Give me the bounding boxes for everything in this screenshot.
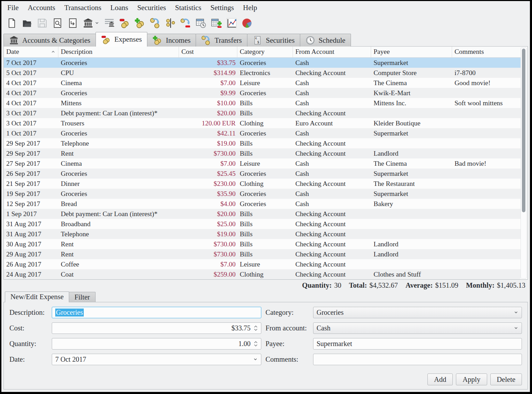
cell-comments[interactable]: [452, 138, 521, 148]
cell-comments[interactable]: [452, 269, 521, 279]
cell-date[interactable]: 1 Sep 2017: [4, 209, 58, 219]
cell-payee[interactable]: [371, 229, 452, 239]
cell-payee[interactable]: [371, 209, 452, 219]
cell-comments[interactable]: [452, 58, 521, 68]
cell-description[interactable]: Rent: [58, 148, 179, 158]
cell-description[interactable]: Groceries: [58, 88, 179, 98]
cell-cost[interactable]: $42.11: [179, 128, 237, 138]
cell-date[interactable]: 4 Oct 2017: [4, 98, 58, 108]
cell-cost[interactable]: $25.45: [179, 169, 237, 179]
cell-date[interactable]: 3 Oct 2017: [4, 118, 58, 128]
cost-spinbox[interactable]: $33.75: [52, 322, 261, 334]
cell-category[interactable]: Groceries: [237, 128, 293, 138]
cell-comments[interactable]: [452, 169, 521, 179]
vertical-scrollbar[interactable]: [521, 47, 527, 279]
cell-from-account[interactable]: Checking Account: [293, 209, 371, 219]
cell-category[interactable]: Electronics: [237, 68, 293, 78]
new-transfer-button[interactable]: [148, 16, 163, 30]
cell-payee[interactable]: Clothes and Stuff: [371, 269, 452, 279]
cell-from-account[interactable]: Checking Account: [293, 259, 371, 269]
table-row[interactable]: 29 Sep 2017Rent$730.00BillsChecking Acco…: [4, 148, 521, 158]
table-row[interactable]: 3 Oct 2017Trousers120.00 EURClothingEuro…: [4, 118, 521, 128]
cell-date[interactable]: 29 Aug 2017: [4, 249, 58, 259]
column-header-category[interactable]: Category: [237, 47, 293, 57]
tab-transfers[interactable]: Transfers: [196, 34, 247, 47]
cell-cost[interactable]: $230.00: [179, 179, 237, 189]
cell-date[interactable]: 4 Oct 2017: [4, 88, 58, 98]
cell-payee[interactable]: Kwik-E-Mart: [371, 88, 452, 98]
cell-from-account[interactable]: Cash: [293, 58, 371, 68]
cell-date[interactable]: 31 Aug 2017: [4, 219, 58, 229]
table-row[interactable]: 30 Aug 2017Rent$730.00BillsChecking Acco…: [4, 239, 521, 249]
new-expense-button[interactable]: [117, 16, 132, 30]
tab-schedule[interactable]: Schedule: [300, 34, 351, 47]
cell-payee[interactable]: The Restaurant: [371, 179, 452, 189]
cell-payee[interactable]: Mittens Inc.: [371, 98, 452, 108]
cell-from-account[interactable]: Checking Account: [293, 219, 371, 229]
cell-description[interactable]: Groceries: [58, 58, 179, 68]
table-row[interactable]: 4 Oct 2017Mittens$10.00BillsCashMittens …: [4, 98, 521, 108]
open-folder-button[interactable]: [19, 16, 34, 30]
cell-payee[interactable]: Supermarket: [371, 128, 452, 138]
column-header-date[interactable]: Date: [4, 47, 58, 57]
table-row[interactable]: 29 Sep 2017Telephone$19.00BillsChecking …: [4, 138, 521, 148]
apply-button[interactable]: Apply: [456, 374, 487, 385]
cell-description[interactable]: Debt payment: Car Loan (interest)*: [58, 209, 179, 219]
cell-payee[interactable]: Supermarket: [371, 189, 452, 199]
tab-expenses[interactable]: Expenses: [96, 32, 147, 47]
spin-arrows-icon[interactable]: [254, 325, 258, 331]
cell-cost[interactable]: 120.00 EUR: [179, 118, 237, 128]
cell-category[interactable]: Clothing: [237, 179, 293, 189]
cell-category[interactable]: Bills: [237, 148, 293, 158]
cell-date[interactable]: 12 Sep 2017: [4, 199, 58, 209]
cell-category[interactable]: Groceries: [237, 169, 293, 179]
cell-cost[interactable]: $7.00: [179, 259, 237, 269]
cell-from-account[interactable]: Cash: [293, 78, 371, 88]
cell-description[interactable]: Telephone: [58, 138, 179, 148]
cell-from-account[interactable]: Cash: [293, 88, 371, 98]
cell-comments[interactable]: [452, 209, 521, 219]
cell-cost[interactable]: $4.00: [179, 199, 237, 209]
cell-comments[interactable]: i7-8700: [452, 68, 521, 78]
cell-category[interactable]: Bills: [237, 98, 293, 108]
cell-date[interactable]: 1 Oct 2017: [4, 128, 58, 138]
file-search-button[interactable]: [50, 16, 65, 30]
tab-incomes[interactable]: Incomes: [147, 34, 196, 47]
cell-from-account[interactable]: Cash: [293, 158, 371, 169]
table-row[interactable]: 7 Oct 2017Groceries$33.75GroceriesCashSu…: [4, 58, 521, 68]
table-row[interactable]: 1 Sep 2017Debt payment: Car Loan (intere…: [4, 209, 521, 219]
cell-comments[interactable]: [452, 219, 521, 229]
table-row[interactable]: 12 Sep 2017Bread$4.00GroceriesCashBakery: [4, 199, 521, 209]
cell-from-account[interactable]: Checking Account: [293, 269, 371, 279]
cell-payee[interactable]: Kleider Boutique: [371, 118, 452, 128]
scrollbar-thumb[interactable]: [522, 49, 525, 212]
cell-cost[interactable]: $19.00: [179, 229, 237, 239]
cell-cost[interactable]: $314.99: [179, 68, 237, 78]
menu-file[interactable]: File: [3, 3, 23, 13]
delete-button[interactable]: Delete: [490, 374, 522, 385]
cell-comments[interactable]: [452, 128, 521, 138]
column-header-from-account[interactable]: From Account: [293, 47, 371, 57]
cell-from-account[interactable]: Checking Account: [293, 138, 371, 148]
bank-button[interactable]: [81, 16, 101, 30]
cell-description[interactable]: Rent: [58, 239, 179, 249]
menu-securities[interactable]: Securities: [133, 3, 171, 13]
save-button[interactable]: [35, 16, 50, 30]
cell-category[interactable]: Leisure: [237, 78, 293, 88]
menu-help[interactable]: Help: [238, 3, 262, 13]
cell-from-account[interactable]: Checking Account: [293, 239, 371, 249]
menu-statistics[interactable]: Statistics: [171, 3, 206, 13]
cell-from-account[interactable]: Checking Account: [293, 229, 371, 239]
cell-date[interactable]: 24 Aug 2017: [4, 269, 58, 279]
cell-cost[interactable]: $7.00: [179, 158, 237, 169]
cell-comments[interactable]: [452, 239, 521, 249]
cell-from-account[interactable]: Euro Account: [293, 118, 371, 128]
cell-description[interactable]: Debt payment: Car Loan (interest)*: [58, 108, 179, 118]
cell-payee[interactable]: Bakery: [371, 199, 452, 209]
multiple-entries-button[interactable]: [209, 16, 224, 30]
cell-from-account[interactable]: Checking Account: [293, 68, 371, 78]
cell-comments[interactable]: [452, 199, 521, 209]
date-combobox[interactable]: 7 Oct 2017: [52, 354, 261, 365]
table-row[interactable]: 31 Aug 2017Broadband$25.00BillsChecking …: [4, 219, 521, 229]
menu-transactions[interactable]: Transactions: [60, 3, 106, 13]
